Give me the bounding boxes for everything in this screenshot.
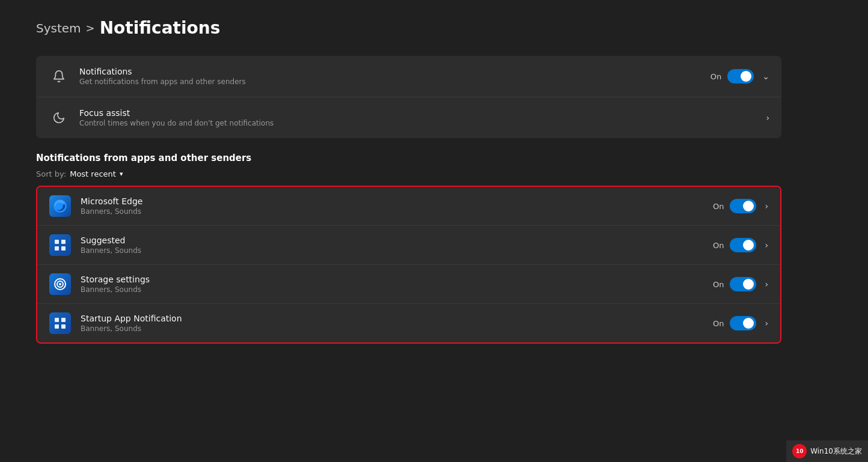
breadcrumb-current: Notifications — [100, 18, 221, 38]
breadcrumb-system[interactable]: System — [36, 21, 81, 35]
notifications-title: Notifications — [79, 67, 711, 76]
startup-app-notification-text: Startup App Notification Banners, Sounds — [81, 314, 713, 333]
moon-icon-container — [48, 107, 70, 129]
breadcrumb: System > Notifications — [36, 18, 781, 38]
notifications-toggle[interactable] — [727, 69, 754, 84]
svg-rect-10 — [61, 324, 66, 329]
apps-section-title: Notifications from apps and other sender… — [36, 153, 781, 163]
notifications-control: On ⌄ — [711, 69, 769, 84]
sort-value[interactable]: Most recent — [70, 169, 116, 178]
suggested-subtitle: Banners, Sounds — [81, 246, 713, 255]
svg-point-6 — [59, 283, 61, 285]
focus-assist-control: › — [763, 113, 769, 123]
startup-app-notification-title: Startup App Notification — [81, 314, 713, 323]
bell-icon-container — [48, 65, 70, 87]
focus-assist-chevron-right-icon[interactable]: › — [766, 113, 769, 123]
sort-chevron-down-icon[interactable]: ▾ — [120, 170, 123, 178]
apps-list: Microsoft Edge Banners, Sounds On › Sug — [36, 186, 781, 344]
breadcrumb-separator: > — [86, 22, 95, 34]
microsoft-edge-control: On › — [713, 199, 768, 213]
moon-icon — [52, 111, 66, 124]
startup-app-notification-subtitle: Banners, Sounds — [81, 324, 713, 333]
watermark-text: Win10系统之家 — [810, 446, 862, 457]
storage-icon — [49, 273, 71, 295]
svg-rect-1 — [61, 240, 66, 244]
microsoft-edge-toggle[interactable] — [730, 199, 756, 213]
storage-settings-subtitle: Banners, Sounds — [81, 285, 713, 294]
storage-settings-control: On › — [713, 277, 768, 291]
startup-app-notification-chevron-right-icon[interactable]: › — [765, 318, 768, 328]
focus-assist-row[interactable]: Focus assist Control times when you do a… — [36, 97, 781, 138]
microsoft-edge-toggle-label: On — [713, 202, 724, 211]
storage-settings-toggle-label: On — [713, 280, 724, 289]
focus-assist-text: Focus assist Control times when you do a… — [79, 108, 763, 127]
storage-settings-text: Storage settings Banners, Sounds — [81, 275, 713, 294]
svg-rect-0 — [55, 240, 59, 244]
svg-rect-3 — [61, 246, 66, 251]
notifications-text: Notifications Get notifications from app… — [79, 67, 711, 86]
app-row-suggested[interactable]: Suggested Banners, Sounds On › — [37, 226, 780, 265]
startup-app-icon — [49, 312, 71, 334]
suggested-toggle-label: On — [713, 241, 724, 250]
startup-app-notification-toggle[interactable] — [730, 316, 756, 330]
watermark-logo: 10 — [792, 444, 807, 458]
app-row-storage-settings[interactable]: Storage settings Banners, Sounds On › — [37, 265, 780, 304]
suggested-toggle[interactable] — [730, 238, 756, 252]
notifications-subtitle: Get notifications from apps and other se… — [79, 78, 711, 86]
bell-icon — [52, 70, 66, 83]
notifications-chevron-down-icon[interactable]: ⌄ — [762, 71, 769, 81]
app-row-microsoft-edge[interactable]: Microsoft Edge Banners, Sounds On › — [37, 187, 780, 226]
microsoft-edge-title: Microsoft Edge — [81, 196, 713, 206]
storage-settings-chevron-right-icon[interactable]: › — [765, 279, 768, 289]
svg-rect-9 — [55, 324, 59, 329]
focus-assist-title: Focus assist — [79, 108, 763, 118]
microsoft-edge-text: Microsoft Edge Banners, Sounds — [81, 196, 713, 216]
storage-settings-toggle[interactable] — [730, 277, 756, 291]
microsoft-edge-chevron-right-icon[interactable]: › — [765, 201, 768, 211]
sort-bar: Sort by: Most recent ▾ — [36, 169, 781, 178]
edge-icon — [49, 195, 71, 217]
microsoft-edge-subtitle: Banners, Sounds — [81, 207, 713, 216]
sort-by-label: Sort by: — [36, 169, 66, 178]
suggested-title: Suggested — [81, 236, 713, 245]
startup-app-notification-control: On › — [713, 316, 768, 330]
app-row-startup-app-notification[interactable]: Startup App Notification Banners, Sounds… — [37, 304, 780, 342]
startup-app-notification-toggle-label: On — [713, 319, 724, 328]
notifications-toggle-label: On — [711, 72, 721, 81]
svg-rect-7 — [55, 318, 59, 322]
settings-page: System > Notifications Notifications Get… — [0, 0, 818, 362]
storage-settings-title: Storage settings — [81, 275, 713, 284]
notifications-row[interactable]: Notifications Get notifications from app… — [36, 56, 781, 97]
suggested-chevron-right-icon[interactable]: › — [765, 240, 768, 250]
focus-assist-subtitle: Control times when you do and don't get … — [79, 119, 763, 127]
suggested-control: On › — [713, 238, 768, 252]
suggested-icon — [49, 234, 71, 256]
suggested-text: Suggested Banners, Sounds — [81, 236, 713, 255]
svg-rect-2 — [55, 246, 59, 251]
svg-rect-8 — [61, 318, 66, 322]
watermark: 10 Win10系统之家 — [786, 440, 868, 462]
top-settings-card: Notifications Get notifications from app… — [36, 56, 781, 138]
